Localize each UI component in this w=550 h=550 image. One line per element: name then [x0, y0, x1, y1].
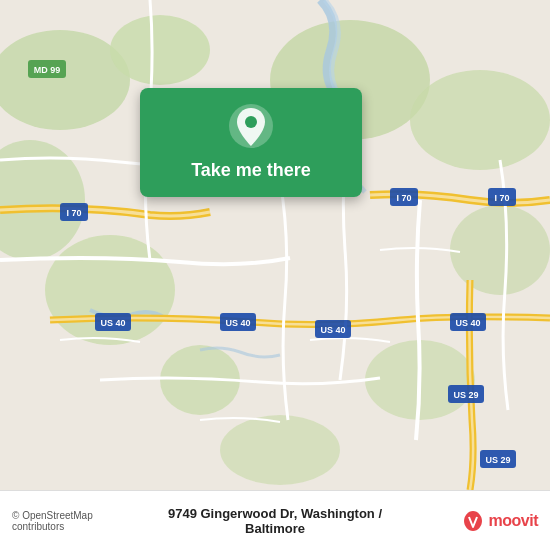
map-container: MD 99 I 70 I 70 I 70 US 40 US 40 US 40 U… [0, 0, 550, 490]
svg-text:US 29: US 29 [485, 455, 510, 465]
svg-text:I 70: I 70 [66, 208, 81, 218]
location-pin-icon [227, 102, 275, 150]
svg-text:US 40: US 40 [225, 318, 250, 328]
bottom-bar: © OpenStreetMap contributors 9749 Ginger… [0, 490, 550, 550]
svg-text:US 29: US 29 [453, 390, 478, 400]
copyright-text: © OpenStreetMap contributors [12, 510, 144, 532]
svg-point-2 [110, 15, 210, 85]
popup-label: Take me there [191, 160, 311, 181]
svg-text:I 70: I 70 [494, 193, 509, 203]
svg-point-32 [245, 116, 257, 128]
svg-text:I 70: I 70 [396, 193, 411, 203]
svg-point-7 [410, 70, 550, 170]
address-text: 9749 Gingerwood Dr, Washington / Baltimo… [144, 506, 407, 536]
moovit-brand-icon [461, 509, 485, 533]
map-svg: MD 99 I 70 I 70 I 70 US 40 US 40 US 40 U… [0, 0, 550, 490]
moovit-logo: moovit [407, 509, 539, 533]
svg-text:US 40: US 40 [320, 325, 345, 335]
svg-text:MD 99: MD 99 [34, 65, 61, 75]
svg-text:US 40: US 40 [100, 318, 125, 328]
svg-point-8 [450, 205, 550, 295]
svg-point-10 [220, 415, 340, 485]
moovit-brand-label: moovit [489, 512, 538, 530]
svg-text:US 40: US 40 [455, 318, 480, 328]
popup-card[interactable]: Take me there [140, 88, 362, 197]
